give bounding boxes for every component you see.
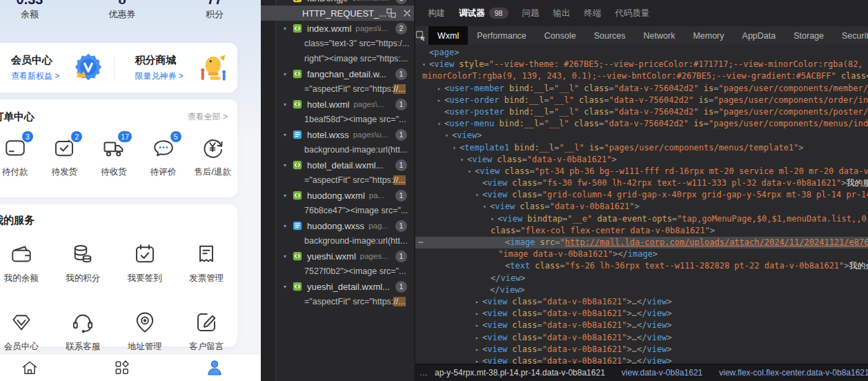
expand-arrow-icon[interactable]: ▾ [422, 59, 429, 70]
wxml-tree-node[interactable]: ▾<view style="--view-theme: #267BE5;--vi… [415, 59, 868, 70]
service-item-我的积分[interactable]: 我的积分 [52, 241, 115, 284]
order-item-待发货[interactable]: 2待发货 [40, 135, 90, 178]
wxml-tree-node[interactable]: class="flex-col flex-center data-v-0b8a1… [415, 225, 868, 237]
wxml-tree-node[interactable]: ▾<view class="data-v-0b8a1621"> [415, 201, 868, 213]
order-item-待付款[interactable]: 3待付款 [0, 135, 40, 178]
wxml-tree-node[interactable]: "image data-v-0b8a1621"></image> [415, 248, 868, 260]
debugger-tab-构建[interactable]: 构建 [428, 8, 445, 19]
wxml-tree-node[interactable]: ▸<user-member bind:__l="__l" class="data… [415, 83, 868, 95]
devtools-tab-Performance[interactable]: Performance [468, 26, 535, 45]
wxml-tree-node[interactable]: minorColorT:rgba(9, 139, 243, 0.1);--vie… [415, 70, 868, 82]
order-item-待评价[interactable]: 5待评价 [139, 135, 188, 178]
search-result-match-row[interactable]: ="aspectFit" src="https://... [261, 173, 414, 188]
search-result-match-row[interactable]: ="aspectFit" src="https://... [261, 81, 414, 97]
search-result-file-row[interactable]: ▾index.wxmlpages\i...2 [261, 21, 414, 36]
wxml-tree-node[interactable]: <user-poster bind:__l="__l" class="data-… [415, 106, 868, 118]
search-result-file-row[interactable]: ▾fanDongjecommon...1 [261, 0, 414, 6]
search-result-file-row[interactable]: ▾yueshi_detail.wxml...1 [261, 279, 414, 294]
tabbar-item-我的[interactable]: 我的 [168, 358, 261, 381]
search-result-file-row[interactable]: ▾yueshi.wxmlpages...1 [261, 248, 414, 264]
wxml-tree-node[interactable]: ▾<view class="data-v-0b8a1621"> [415, 154, 868, 166]
search-result-match-row[interactable]: right"><image src="https:... [261, 51, 414, 66]
debugger-tab-调试器[interactable]: 调试器98 [459, 8, 509, 19]
expand-arrow-icon[interactable]: ▾ [437, 118, 444, 130]
wxml-tree-node[interactable]: ▸<user-order bind:__l="__l" class="data-… [415, 95, 868, 106]
tabbar-item-首页[interactable]: 首页 [0, 358, 76, 381]
wxml-tree-node[interactable]: </view> [415, 273, 868, 284]
debugger-tab-问题[interactable]: 问题 [522, 8, 540, 19]
search-result-match-row[interactable]: 1beaf58d"><image src="... [261, 112, 414, 127]
close-icon[interactable] [402, 8, 412, 18]
search-result-file-row[interactable]: ▾hotel_detail.wxml...1 [261, 157, 414, 173]
search-result-file-row[interactable]: ▾huodong.wxsspag...1 [261, 218, 414, 233]
collapse-arrow-icon[interactable]: ▸ [475, 308, 482, 320]
devtools-tab-Security[interactable]: Security [833, 26, 868, 45]
order-item-待收货[interactable]: 17待收货 [89, 135, 139, 178]
points-mall-link[interactable]: 限量兑神券 > [135, 70, 184, 82]
breadcrumb-item[interactable]: view.flex-col.flex-center.data-v-0b8a162… [719, 368, 868, 378]
collapse-arrow-icon[interactable]: ▸ [437, 95, 444, 106]
search-result-file-row[interactable]: ▾hotel.wxmlpages\...1 [261, 97, 414, 112]
search-result-file-row[interactable]: ▾fangchan_detail.w...1 [261, 66, 414, 81]
search-result-match-row[interactable]: background-image:url(htt... [261, 142, 414, 157]
stat-item[interactable]: 8优惠券 [76, 0, 168, 28]
collapse-arrow-icon[interactable]: ▸ [475, 344, 482, 355]
replace-all-icon[interactable] [386, 8, 396, 18]
wxml-tree-node[interactable]: ▸<view class="data-v-0b8a1621">…</view> [415, 344, 868, 355]
expand-arrow-icon[interactable]: ▾ [468, 166, 475, 177]
wxml-tree-node[interactable]: ▸<view class="data-v-0b8a1621">…</view> [415, 296, 868, 308]
collapse-arrow-icon[interactable]: ▸ [475, 320, 482, 331]
member-benefits-link[interactable]: 查看新权益 > [11, 70, 59, 82]
service-item-客户留言[interactable]: 客户留言 [176, 309, 238, 353]
search-result-match-row[interactable]: background-image:url(htt... [261, 233, 414, 248]
breadcrumb-item[interactable]: ap-y-54rpx.mt-38.pl-14.pr-14.data-v-0b8a… [435, 368, 605, 378]
devtools-tab-Sources[interactable]: Sources [585, 26, 635, 45]
breadcrumb-item[interactable]: … [420, 368, 428, 378]
expand-arrow-icon[interactable]: ▾ [445, 130, 452, 141]
debugger-tab-代码质量[interactable]: 代码质量 [615, 8, 650, 19]
wxml-tree-node[interactable]: ▾<template1 bind:__l="__l" is="pages/use… [415, 142, 868, 154]
expand-arrow-icon[interactable]: ▾ [491, 213, 497, 225]
service-item-我的余额[interactable]: 我的余额 [0, 241, 52, 284]
wxml-tree-node[interactable]: ▸<view class="data-v-0b8a1621">…</view> [415, 308, 868, 320]
view-all-orders-link[interactable]: 查看全部 > [188, 111, 228, 123]
devtools-tab-Memory[interactable]: Memory [684, 26, 733, 45]
search-result-match-row[interactable]: 76b8ce47"><image src="... [261, 203, 414, 218]
search-result-file-row[interactable]: ▾hotel.wxsspages\u...1 [261, 127, 414, 142]
debugger-tab-输出[interactable]: 输出 [553, 8, 571, 19]
wxml-tree-node[interactable]: ▾<user-menu bind:__l="__l" class="data-v… [415, 118, 868, 130]
expand-arrow-icon[interactable]: ▾ [483, 201, 490, 213]
expand-arrow-icon[interactable]: ▾ [460, 154, 467, 166]
stat-item[interactable]: 0.33余额 [0, 0, 76, 28]
expand-arrow-icon[interactable]: ▾ [453, 142, 460, 154]
collapse-arrow-icon[interactable]: ▸ [475, 296, 482, 308]
wxml-tree-node[interactable]: <view class="fs-30 fw-500 lh-42rpx text-… [415, 177, 868, 189]
search-result-match-row[interactable]: 7527f0b2"><image src="... [261, 264, 414, 279]
devtools-tab-AppData[interactable]: AppData [733, 26, 785, 45]
tabbar-item-分类[interactable]: 分类 [76, 358, 168, 381]
points-mall-entry[interactable]: 积分商城 限量兑神券 > [115, 52, 238, 84]
inspect-element-button[interactable] [415, 26, 427, 45]
service-item-我要签到[interactable]: 我要签到 [114, 241, 176, 284]
wxml-tree-node[interactable]: <page> [415, 47, 868, 59]
wxml-tree-node[interactable]: ▾<view class="grid-column-4 grid-gap-x-4… [415, 189, 868, 201]
member-center-entry[interactable]: 会员中心 查看新权益 > [0, 52, 114, 84]
wxml-tree-node[interactable]: ▸<view class="data-v-0b8a1621">…</view> [415, 320, 868, 331]
devtools-tab-Wxml[interactable]: Wxml [428, 26, 468, 45]
service-item-会员中心[interactable]: 会员中心 [0, 309, 52, 353]
breadcrumb-item[interactable]: view.data-v-0b8a1621 [622, 368, 702, 378]
order-item-售后/退款[interactable]: 售后/退款 [188, 135, 237, 178]
service-item-地址管理[interactable]: 地址管理 [114, 309, 176, 353]
wxml-tree-node[interactable]: ⋯<image src="http://mall.lda-corp.com/up… [415, 237, 868, 248]
wxml-tree-node[interactable]: ▾<view class="pt-34 pb-36 bg--w111-fff r… [415, 166, 868, 177]
devtools-tab-Network[interactable]: Network [635, 26, 684, 45]
devtools-tab-Storage[interactable]: Storage [785, 26, 833, 45]
wxml-tree-node[interactable]: ▾<view bindtap="__e" data-event-opts="ta… [415, 213, 868, 225]
wxml-tree-node[interactable]: </view> [415, 284, 868, 296]
collapse-arrow-icon[interactable]: ▸ [475, 332, 482, 344]
search-result-match-row[interactable]: class="text-3" src="https:/... [261, 36, 414, 51]
stat-item[interactable]: 77积分 [168, 0, 261, 28]
wxml-tree-node[interactable]: <text class="fs-26 lh-36rpx text--w111-2… [415, 260, 868, 272]
search-query-row[interactable]: HTTP_REQUEST_... [261, 6, 414, 21]
debugger-tab-终端[interactable]: 终端 [584, 8, 602, 19]
